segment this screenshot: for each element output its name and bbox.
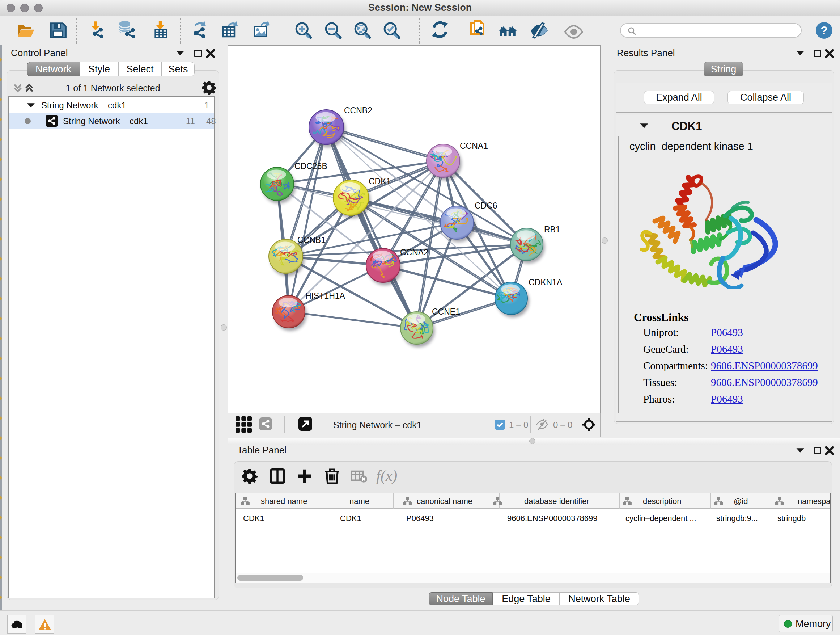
svg-text:CDC25B: CDC25B (294, 162, 327, 171)
svg-text:CCNA1: CCNA1 (460, 141, 488, 150)
svg-text:CDKN1A: CDKN1A (529, 278, 562, 287)
svg-text:CCNB2: CCNB2 (344, 106, 372, 115)
svg-text:HIST1H1A: HIST1H1A (305, 291, 346, 301)
svg-text:CCNA2: CCNA2 (400, 248, 428, 257)
svg-text:CDK1: CDK1 (369, 177, 391, 186)
svg-text:CCNB1: CCNB1 (297, 235, 325, 245)
svg-text:CCNE1: CCNE1 (432, 307, 460, 317)
svg-text:RB1: RB1 (544, 225, 561, 234)
svg-text:CDC6: CDC6 (475, 201, 497, 211)
